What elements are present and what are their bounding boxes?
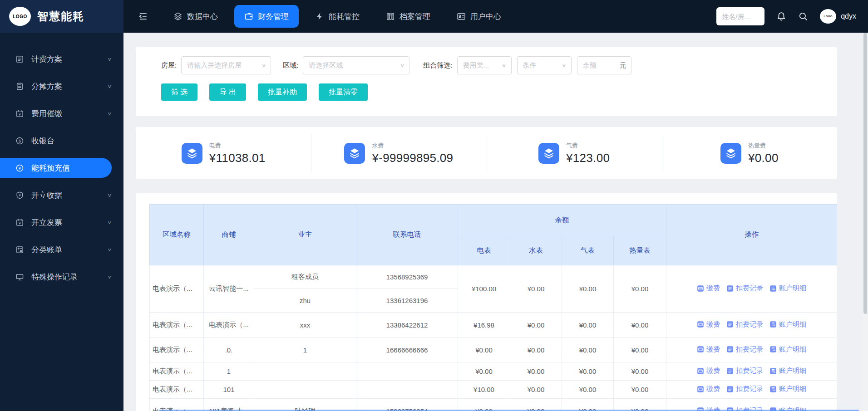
- top-nav-label: 档案管理: [399, 11, 430, 22]
- pay-link[interactable]: 缴费: [697, 385, 720, 393]
- header-balance-group: 余额: [458, 205, 666, 236]
- header-actions: 操作: [666, 205, 837, 265]
- special-ops-icon: [15, 273, 24, 281]
- top-nav-item[interactable]: 能耗管控: [305, 5, 370, 28]
- actions-cell: 缴费扣费记录账户明细: [666, 399, 837, 411]
- sidebar-item[interactable]: ¥开立收据∨: [0, 181, 123, 209]
- stat-value: ¥11038.01: [209, 151, 266, 165]
- top-nav-item[interactable]: 用户中心: [447, 5, 511, 28]
- top-nav-item[interactable]: 档案管理: [376, 5, 440, 28]
- sidebar-item[interactable]: ¥能耗预充值: [0, 158, 112, 178]
- top-nav-label: 数据中心: [187, 11, 218, 22]
- action-label: 扣费记录: [736, 320, 763, 329]
- topbar-main: 数据中心财务管理能耗管控档案管理用户中心 LOGO qdyx: [123, 0, 868, 33]
- top-nav-item[interactable]: 数据中心: [163, 5, 228, 28]
- vertical-scrollbar: [863, 33, 868, 411]
- search-input[interactable]: [716, 7, 764, 25]
- sidebar-item[interactable]: 分类账单∨: [0, 236, 123, 263]
- condition-select[interactable]: 条件 ∨: [517, 56, 572, 74]
- chevron-down-icon: ∨: [107, 192, 112, 198]
- account-detail-link[interactable]: 账户明细: [769, 345, 806, 354]
- balance-placeholder: 余额: [583, 61, 617, 70]
- balance-cell: ¥0.00: [562, 362, 614, 381]
- top-nav: 数据中心财务管理能耗管控档案管理用户中心: [163, 5, 518, 28]
- collapse-menu-icon[interactable]: [138, 11, 148, 21]
- house-select[interactable]: 请输入并选择房屋 ∨: [181, 56, 271, 74]
- actions-cell: 缴费扣费记录账户明细: [666, 265, 837, 313]
- action-label: 扣费记录: [736, 385, 763, 393]
- stat-card: 气费¥123.00: [487, 127, 662, 179]
- balance-input[interactable]: 余额 元: [577, 56, 631, 74]
- bell-icon[interactable]: [776, 11, 786, 21]
- owner-cell: xxx: [254, 313, 356, 338]
- chevron-down-icon: ∨: [107, 274, 112, 279]
- filter-action-button[interactable]: 筛 选: [161, 83, 197, 101]
- deduction-record-link[interactable]: 扣费记录: [726, 320, 763, 329]
- pay-link[interactable]: 缴费: [697, 367, 720, 375]
- balance-summary: 电费¥11038.01水费¥-99999895.09气费¥123.00热量费¥0…: [136, 127, 837, 179]
- search-icon[interactable]: [798, 11, 808, 21]
- header-gas-meter: 气表: [562, 236, 614, 265]
- sidebar-item-label: 能耗预充值: [31, 163, 70, 173]
- pay-link[interactable]: 缴费: [697, 345, 720, 354]
- receipt-icon: ¥: [15, 191, 24, 200]
- account-detail-link[interactable]: 账户明细: [769, 284, 806, 293]
- sidebar-item-label: 费用催缴: [31, 108, 62, 119]
- sidebar-item[interactable]: 计费方案∨: [0, 45, 123, 73]
- scrollbar-thumb[interactable]: [863, 33, 867, 314]
- phone-cell: 13568925369: [356, 265, 458, 289]
- fee-type-select[interactable]: 费用类... ∨: [457, 56, 512, 74]
- action-label: 缴费: [706, 320, 720, 329]
- area-select[interactable]: 请选择区域 ∨: [303, 56, 409, 74]
- fee-type-placeholder: 费用类...: [463, 61, 499, 70]
- accounts-table: 区域名称 商铺 业主 联系电话 余额 操作 电表 水表 气表 热量表 电表演示（…: [149, 204, 837, 411]
- region-cell: 电表演示（...: [150, 381, 204, 399]
- balance-cell: ¥0.00: [614, 313, 666, 338]
- action-label: 账户明细: [779, 320, 806, 329]
- account-detail-link[interactable]: 账户明细: [769, 385, 806, 393]
- pay-link[interactable]: 缴费: [697, 284, 720, 293]
- top-nav-item[interactable]: 财务管理: [234, 5, 299, 28]
- deduction-record-link[interactable]: 扣费记录: [726, 385, 763, 393]
- sidebar-item-label: 计费方案: [31, 54, 62, 64]
- filter-action-button[interactable]: 导 出: [209, 83, 246, 101]
- sidebar-item[interactable]: $收银台: [0, 127, 123, 154]
- chevron-down-icon: ∨: [107, 220, 112, 225]
- chevron-down-icon: ∨: [400, 63, 404, 68]
- table-header: 区域名称 商铺 业主 联系电话 余额 操作 电表 水表 气表 热量表: [150, 205, 837, 265]
- sidebar-item[interactable]: ¥开立发票∨: [0, 209, 123, 236]
- user-menu[interactable]: LOGO qdyx: [820, 9, 856, 24]
- table-row: 电表演示（....0.116666666666¥0.00¥0.00¥0.00¥0…: [150, 338, 837, 362]
- sidebar-item[interactable]: 特殊操作记录∨: [0, 263, 123, 290]
- sidebar-item[interactable]: 分摊方案∨: [0, 73, 123, 100]
- allocation-plan-icon: [15, 82, 24, 91]
- deduction-record-icon: [726, 321, 734, 328]
- actions-cell: 缴费扣费记录账户明细: [666, 338, 837, 362]
- deduction-record-link[interactable]: 扣费记录: [726, 367, 763, 375]
- table-row: 电表演示（...1¥0.00¥0.00¥0.00¥0.00缴费扣费记录账户明细: [150, 362, 837, 381]
- account-detail-link[interactable]: 账户明细: [769, 367, 806, 375]
- balance-cell: ¥16.98: [458, 313, 510, 338]
- stat-value: ¥-99999895.09: [372, 151, 453, 165]
- region-cell: 电表演示（: [150, 399, 204, 411]
- sidebar-item-label: 开立发票: [31, 217, 62, 228]
- sidebar-item-label: 分类账单: [31, 245, 62, 255]
- stat-value: ¥123.00: [566, 151, 610, 165]
- balance-cell: ¥0.00: [562, 265, 614, 313]
- stat-label: 水费: [372, 142, 453, 150]
- deduction-record-icon: [726, 367, 734, 375]
- phone-cell: 16666666666: [356, 338, 458, 362]
- header-heat-meter: 热量表: [614, 236, 666, 265]
- balance-cell: ¥0.00: [562, 313, 614, 338]
- sidebar-item[interactable]: ¥费用催缴∨: [0, 100, 123, 127]
- balance-cell: ¥0.00: [614, 265, 666, 313]
- invoice-icon: ¥: [15, 218, 24, 227]
- filter-action-button[interactable]: 批量补助: [258, 83, 307, 101]
- billing-plan-icon: [15, 55, 24, 64]
- deduction-record-link[interactable]: 扣费记录: [726, 345, 763, 354]
- pay-link[interactable]: 缴费: [697, 320, 720, 329]
- deduction-record-link[interactable]: 扣费记录: [726, 284, 763, 293]
- account-detail-link[interactable]: 账户明细: [769, 320, 806, 329]
- filter-action-button[interactable]: 批量清零: [319, 83, 368, 101]
- account-detail-icon: [769, 346, 777, 353]
